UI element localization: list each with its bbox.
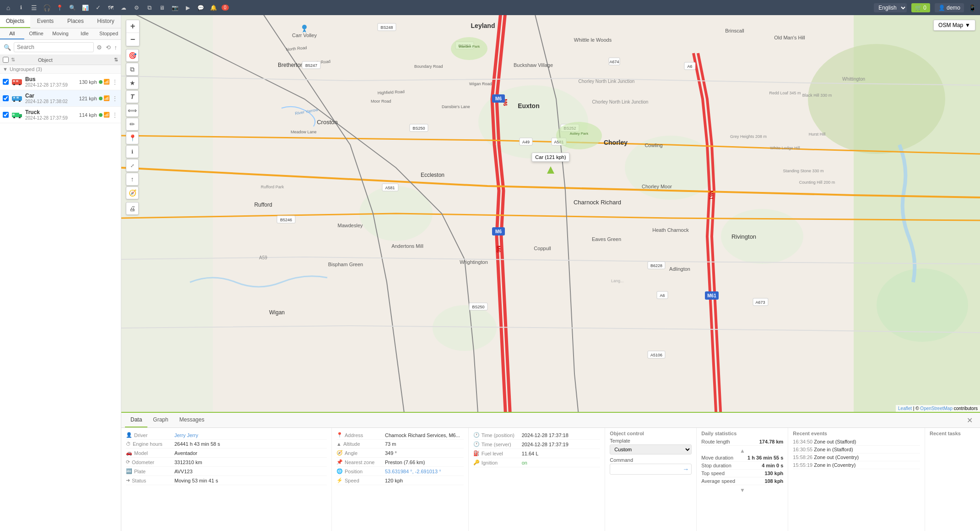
layers-icon[interactable]: ⧉ <box>145 3 154 12</box>
leaflet-link[interactable]: Leaflet <box>898 406 912 411</box>
media-icon[interactable]: ▶ <box>183 3 192 12</box>
sidebar-tab-bar: Objects Events Places History <box>0 15 121 28</box>
command-send-button[interactable]: → <box>682 465 689 473</box>
tab-history[interactable]: History <box>91 15 121 28</box>
location-icon[interactable]: 📍 <box>55 3 64 12</box>
select-all-checkbox[interactable] <box>3 57 9 63</box>
filter-moving[interactable]: Moving <box>49 28 73 39</box>
search-input[interactable] <box>14 42 94 52</box>
filter-idle[interactable]: Idle <box>72 28 97 39</box>
ruler-button[interactable]: ⟺ <box>126 104 139 117</box>
info-icon[interactable]: ℹ <box>16 3 26 12</box>
data-row-status: ➜ Status Moving 53 min 41 s <box>126 476 327 485</box>
addr-row-zone: 📌 Nearest zone Preston (7.66 km) <box>336 458 464 467</box>
cloud-icon[interactable]: ☁ <box>119 3 128 12</box>
svg-point-24 <box>877 268 968 342</box>
settings-icon[interactable]: ⚙ <box>132 3 141 12</box>
filter-all[interactable]: All <box>0 28 24 39</box>
check-icon[interactable]: ✓ <box>93 3 103 12</box>
text-button[interactable]: T <box>126 90 139 103</box>
screen-icon[interactable]: 🖥 <box>157 3 167 12</box>
expand-button[interactable]: ⤢ <box>126 159 139 172</box>
search-nav-icon[interactable]: 🔍 <box>68 3 77 12</box>
zoom-in-button[interactable]: + <box>126 20 139 33</box>
re-time-1: 16:30:55 <box>793 447 812 452</box>
re-row-2: 15:58:26 Zone out (Coventry) <box>793 454 920 461</box>
bottom-close-button[interactable]: ✕ <box>963 414 976 427</box>
print-button[interactable]: 🖨 <box>126 202 139 215</box>
truck-time: 2024-12-28 17:37:59 <box>25 115 77 120</box>
bus-checkbox[interactable] <box>3 79 9 85</box>
command-row: Command → <box>610 457 692 475</box>
zone-icon: 📌 <box>336 459 343 465</box>
re-time-2: 15:58:26 <box>793 454 812 460</box>
zoom-out-button[interactable]: − <box>126 33 139 46</box>
filter-offline[interactable]: Offline <box>24 28 49 39</box>
svg-text:B5246: B5246 <box>280 218 292 222</box>
compass-button[interactable]: 🧭 <box>126 186 139 199</box>
map-type-button[interactable]: OSM Map ▼ <box>933 20 975 31</box>
tab-data[interactable]: Data <box>125 413 147 427</box>
tab-graph[interactable]: Graph <box>147 413 173 427</box>
draw-button[interactable]: ✏ <box>126 118 139 131</box>
layers-button[interactable]: ⧉ <box>126 63 139 76</box>
tab-objects[interactable]: Objects <box>0 15 30 28</box>
sort-icon[interactable]: ⇅ <box>11 57 15 63</box>
tab-events[interactable]: Events <box>30 15 60 28</box>
map-canvas[interactable]: M6 M6 M61 M6 M6 M61 BS248 BS253 <box>121 15 980 412</box>
star-button[interactable]: ★ <box>126 77 139 89</box>
svg-text:A6: A6 <box>660 293 665 298</box>
osm-link[interactable]: OpenStreetMap <box>920 406 953 411</box>
address-value: Charnock Richard Services, M6... <box>385 432 464 438</box>
bus-menu-icon[interactable]: ⋮ <box>112 78 118 86</box>
language-selector[interactable]: English <box>874 3 907 12</box>
share-icon[interactable]: ⟲ <box>105 43 112 52</box>
filter-stopped[interactable]: Stopped <box>97 28 121 39</box>
ignition-label: 🔑 Ignition <box>473 460 519 465</box>
truck-checkbox[interactable] <box>3 112 9 118</box>
export-icon[interactable]: ↑ <box>114 43 119 52</box>
home-icon[interactable]: ⌂ <box>4 3 13 12</box>
car-checkbox[interactable] <box>3 95 9 101</box>
car-marker[interactable]: Car (121 kph) <box>547 166 554 174</box>
command-input[interactable] <box>612 466 682 472</box>
map2-icon[interactable]: 🗺 <box>106 3 115 12</box>
menu-icon[interactable]: ☰ <box>29 3 38 12</box>
object-row-bus[interactable]: Bus 2024-12-28 17:37:59 130 kph 📶 ⋮ <box>0 74 121 90</box>
re-time-0: 16:34:50 <box>793 439 812 444</box>
user-button[interactable]: 👤 demo <box>935 3 964 12</box>
notification-icon[interactable]: 🔔 <box>209 3 218 12</box>
cart-button[interactable]: 🛒 0 <box>911 3 930 12</box>
truck-menu-icon[interactable]: ⋮ <box>112 111 118 119</box>
template-select[interactable]: Custom <box>610 444 692 454</box>
arrow-button[interactable]: ↑ <box>126 173 139 186</box>
mobile-icon[interactable]: 📱 <box>969 4 976 11</box>
locate-button[interactable]: 🎯 <box>126 49 139 62</box>
car-menu-icon[interactable]: ⋮ <box>112 95 118 102</box>
bottom-panel: Data Graph Messages ✕ 👤 Driver Jerry Jer… <box>121 412 980 531</box>
scroll-down-icon[interactable]: ▼ <box>701 487 783 493</box>
group-expand-icon[interactable]: ▼ <box>3 66 8 72</box>
driver-value[interactable]: Jerry Jerry <box>174 432 327 438</box>
object-row-car[interactable]: Car 2024-12-28 17:38:02 121 kph 📶 ⋮ <box>0 90 121 107</box>
scroll-up-icon[interactable]: ▲ <box>701 448 783 454</box>
data-row-engine: ⏱ Engine hours 26441 h 43 min 58 s <box>126 440 327 449</box>
address-icon: 📍 <box>336 432 343 438</box>
sort-arrows[interactable]: ⇅ <box>114 57 118 63</box>
chat-icon[interactable]: 💬 <box>196 3 205 12</box>
headset-icon[interactable]: 🎧 <box>42 3 51 12</box>
altitude-label: ▲ Altitude <box>336 441 382 447</box>
svg-rect-2 <box>16 80 18 82</box>
map-type-label: OSM Map <box>938 22 963 28</box>
tab-messages[interactable]: Messages <box>174 413 210 427</box>
angle-label: 🧭 Angle <box>336 450 382 456</box>
info-map-button[interactable]: ℹ <box>126 145 139 158</box>
tab-places[interactable]: Places <box>60 15 91 28</box>
pin-button[interactable]: 📍 <box>126 131 139 144</box>
filter-icon[interactable]: ⚙ <box>96 43 103 52</box>
svg-text:Meadow Lane: Meadow Lane <box>291 130 317 134</box>
camera-icon[interactable]: 📷 <box>170 3 179 12</box>
position-value[interactable]: 53.631984 °, -2.691013 ° <box>385 469 464 474</box>
object-row-truck[interactable]: Truck 2024-12-28 17:37:59 114 kph 📶 ⋮ <box>0 107 121 123</box>
chart-icon[interactable]: 📊 <box>81 3 90 12</box>
